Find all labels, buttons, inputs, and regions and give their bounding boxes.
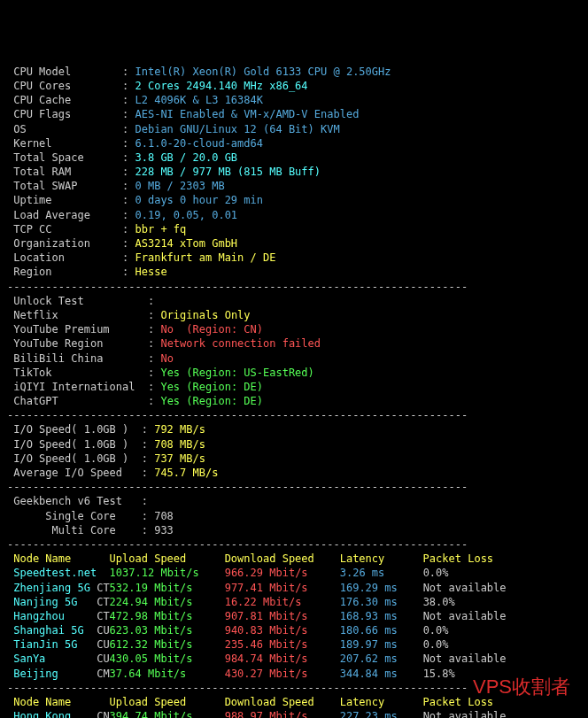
terminal-output: CPU Model : Intel(R) Xeon(R) Gold 6133 C… xyxy=(7,65,588,718)
